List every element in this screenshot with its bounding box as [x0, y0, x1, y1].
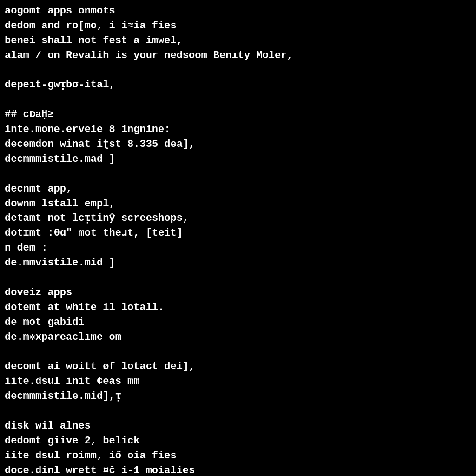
terminal-line: decnmt app, — [5, 183, 72, 195]
terminal-line: n dem : — [5, 242, 47, 254]
terminal-line: dedomt giive 2, belick — [5, 435, 139, 447]
terminal-line: decmmmistile.mad ] — [5, 153, 115, 165]
terminal-line: dedom and ro[mo, i i≈ia fies — [5, 20, 177, 32]
terminal-line: alam / on Revalih is your nedsoom Benıty… — [5, 50, 293, 61]
terminal-line: detamt not lcᴉtinŷ screeshops, — [5, 212, 189, 224]
terminal-line: dotemt at white il lotall. — [5, 302, 164, 313]
terminal-line: decmmmistile.mid],ᴉ — [5, 390, 121, 402]
terminal-line: iite dsul roimm, iő oia fies — [5, 450, 177, 462]
terminal-line: iite.dsul init ¢eas mm — [5, 376, 139, 387]
terminal-line: de.m✲xpareaclıme om — [5, 331, 121, 343]
terminal-line: doce.dinl wrett ¤č i-1 moialies — [5, 465, 195, 476]
terminal-line: inte.mone.erveie 8 ingnine: — [5, 124, 170, 135]
terminal-line: decomt ai woitt øf lotact dei], — [5, 361, 195, 372]
terminal-line: de mot gabidi — [5, 317, 85, 328]
terminal-line: disk wil alnes — [5, 420, 91, 432]
terminal-line: de.mmvistile.mid ] — [5, 257, 115, 269]
terminal-line: ## cᴅaḤ≥ — [5, 109, 53, 120]
terminal-line: doveiz apps — [5, 287, 72, 298]
terminal-line: dotɪmt :0ɑ" mot theɹt, [teit] — [5, 227, 183, 239]
terminal-line: benei shall not fest a imwel, — [5, 35, 183, 46]
terminal-line: depeıt-gwᴉbσ-ital, — [5, 79, 115, 91]
terminal-line: downm lstall empl, — [5, 198, 115, 210]
terminal-output: aogomt apps onmots dedom and ro[mo, i i≈… — [5, 4, 471, 476]
terminal-line: decemdon winat iʈst 8.335 dea], — [5, 139, 195, 150]
terminal-line: aogomt apps onmots — [5, 5, 115, 17]
